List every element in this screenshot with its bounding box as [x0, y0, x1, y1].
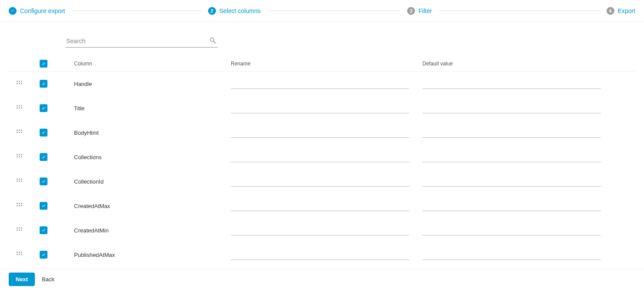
- row-checkbox[interactable]: [40, 202, 47, 210]
- rename-input[interactable]: [231, 103, 409, 113]
- default-value-input[interactable]: [422, 78, 601, 89]
- check-circle-icon: [9, 7, 17, 15]
- select-all-checkbox[interactable]: [40, 60, 47, 68]
- default-value-input[interactable]: [422, 103, 601, 113]
- rename-input[interactable]: [231, 176, 409, 187]
- columns-table: Column Rename Default value HandleTitleB…: [9, 56, 635, 267]
- drag-handle-icon[interactable]: [17, 252, 23, 258]
- drag-handle-icon[interactable]: [17, 203, 23, 209]
- column-name: BodyHtml: [57, 130, 231, 136]
- footer: Next Back: [0, 268, 644, 290]
- rename-input[interactable]: [231, 201, 409, 211]
- header-default-value: Default value: [422, 61, 614, 67]
- rename-input[interactable]: [231, 152, 409, 162]
- table-row: Collections: [9, 145, 635, 169]
- row-checkbox[interactable]: [40, 153, 47, 161]
- stepper: Configure export 2 Select columns 3 Filt…: [0, 0, 644, 22]
- row-checkbox[interactable]: [40, 80, 47, 88]
- step-label: Select columns: [219, 7, 261, 14]
- step-filter[interactable]: 3 Filter: [407, 7, 607, 15]
- table-row: Title: [9, 96, 635, 120]
- rename-input[interactable]: [231, 225, 409, 235]
- table-row: BodyHtml: [9, 120, 635, 145]
- default-value-input[interactable]: [422, 225, 601, 235]
- default-value-input[interactable]: [422, 249, 601, 260]
- rename-input[interactable]: [231, 127, 409, 138]
- table-row: Handle: [9, 72, 635, 96]
- drag-handle-icon[interactable]: [17, 81, 23, 87]
- row-checkbox[interactable]: [40, 129, 47, 136]
- table-header: Column Rename Default value: [9, 56, 635, 72]
- column-name: CreatedAtMax: [57, 203, 231, 209]
- step-label: Export: [618, 7, 635, 14]
- step-connector: [72, 10, 201, 11]
- search-wrap: [65, 35, 218, 48]
- default-value-input[interactable]: [422, 152, 601, 162]
- step-select-columns[interactable]: 2 Select columns: [208, 7, 408, 15]
- step-configure-export[interactable]: Configure export: [9, 7, 208, 15]
- content-area: Column Rename Default value HandleTitleB…: [0, 22, 644, 268]
- row-checkbox[interactable]: [40, 104, 47, 112]
- search-input[interactable]: [65, 35, 218, 48]
- drag-handle-icon[interactable]: [17, 154, 23, 160]
- search-icon: [209, 37, 217, 44]
- column-name: Handle: [57, 81, 231, 87]
- rename-input[interactable]: [231, 78, 409, 89]
- step-label: Configure export: [20, 7, 65, 14]
- drag-handle-icon[interactable]: [17, 130, 23, 136]
- step-number-icon: 4: [607, 7, 614, 15]
- table-row: PublishedAtMax: [9, 242, 635, 267]
- step-export[interactable]: 4 Export: [607, 7, 635, 15]
- step-number-icon: 2: [208, 7, 216, 15]
- default-value-input[interactable]: [422, 201, 601, 211]
- rename-input[interactable]: [231, 249, 409, 260]
- drag-handle-icon[interactable]: [17, 105, 23, 111]
- default-value-input[interactable]: [422, 127, 601, 138]
- column-name: PublishedAtMax: [57, 252, 231, 258]
- next-button[interactable]: Next: [9, 273, 35, 286]
- step-number-icon: 3: [407, 7, 415, 15]
- drag-handle-icon[interactable]: [17, 227, 23, 233]
- column-name: Collections: [57, 154, 231, 160]
- column-name: Title: [57, 105, 231, 112]
- back-button[interactable]: Back: [42, 276, 54, 283]
- header-rename: Rename: [231, 61, 422, 67]
- row-checkbox[interactable]: [40, 251, 47, 259]
- default-value-input[interactable]: [422, 176, 601, 187]
- drag-handle-icon[interactable]: [17, 178, 23, 184]
- table-row: CollectionId: [9, 169, 635, 194]
- step-connector: [267, 10, 400, 11]
- column-name: CreatedAtMin: [57, 227, 231, 234]
- table-row: CreatedAtMin: [9, 218, 635, 242]
- row-checkbox[interactable]: [40, 226, 47, 234]
- step-connector: [439, 10, 599, 11]
- header-column: Column: [57, 61, 231, 67]
- table-row: CreatedAtMax: [9, 194, 635, 218]
- row-checkbox[interactable]: [40, 177, 47, 185]
- column-name: CollectionId: [57, 178, 231, 185]
- step-label: Filter: [418, 7, 432, 14]
